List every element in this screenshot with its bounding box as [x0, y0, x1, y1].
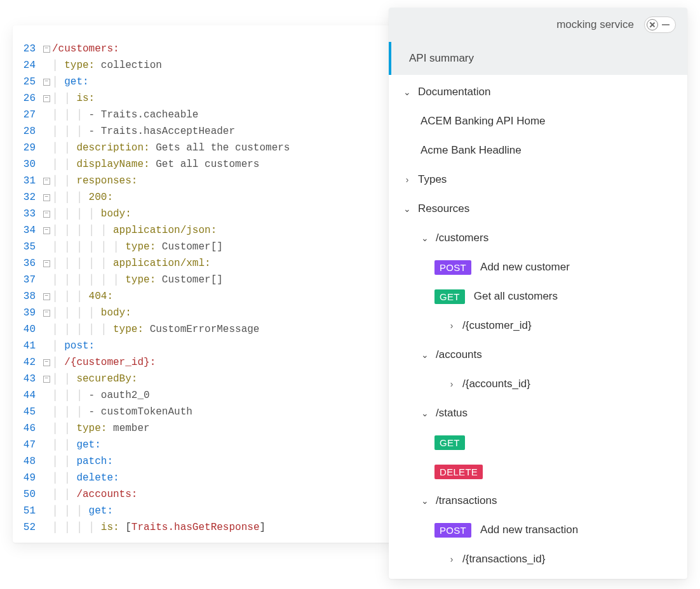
fold-gutter[interactable]: − [41, 260, 52, 267]
code-content[interactable]: │ │ │ │ is: [Traits.hasGetResponse] [52, 519, 385, 536]
code-line[interactable]: 41│ post: [13, 338, 385, 354]
code-line[interactable]: 39−│ │ │ │ body: [13, 305, 385, 321]
code-content[interactable]: │ │ description: Gets all the customers [52, 140, 385, 156]
endpoint-customers-get[interactable]: GET Get all customers [389, 282, 687, 311]
code-line[interactable]: 26−│ │ is: [13, 90, 385, 107]
endpoint-status-get[interactable]: GET [389, 428, 687, 457]
fold-gutter[interactable]: − [41, 211, 52, 218]
fold-toggle-icon[interactable]: − [43, 293, 50, 300]
code-line[interactable]: 32−│ │ │ 200: [13, 189, 385, 206]
fold-toggle-icon[interactable]: − [43, 194, 50, 201]
endpoint-status-delete[interactable]: DELETE [389, 457, 687, 486]
fold-toggle-icon[interactable]: − [43, 227, 50, 234]
code-line[interactable]: 46│ │ type: member [13, 420, 385, 437]
fold-toggle-icon[interactable]: − [43, 95, 50, 102]
code-content[interactable]: │ │ displayName: Get all customers [52, 156, 385, 173]
fold-gutter[interactable]: − [41, 359, 52, 366]
code-line[interactable]: 33−│ │ │ │ body: [13, 206, 385, 222]
code-line[interactable]: 44│ │ │ - oauth2_0 [13, 387, 385, 404]
fold-toggle-icon[interactable]: − [43, 211, 50, 218]
code-content[interactable]: │ │ /accounts: [52, 486, 385, 503]
fold-gutter[interactable]: − [41, 293, 52, 300]
code-content[interactable]: /customers: [52, 41, 385, 57]
resource-accounts[interactable]: ⌄ /accounts [389, 340, 687, 369]
code-content[interactable]: │ │ │ │ │ application/json: [52, 222, 385, 239]
fold-gutter[interactable]: − [41, 310, 52, 317]
code-content[interactable]: │ get: [52, 74, 385, 90]
code-content[interactable]: │ │ │ │ │ │ type: Customer[] [52, 239, 385, 255]
code-line[interactable]: 28│ │ │ - Traits.hasAcceptHeader [13, 123, 385, 140]
code-line[interactable]: 40│ │ │ │ │ type: CustomErrorMessage [13, 321, 385, 338]
code-line[interactable]: 42−│ /{customer_id}: [13, 354, 385, 371]
fold-toggle-icon[interactable]: − [43, 376, 50, 383]
fold-gutter[interactable]: − [41, 178, 52, 185]
code-content[interactable]: │ │ │ - oauth2_0 [52, 387, 385, 404]
code-line[interactable]: 23−/customers: [13, 41, 385, 57]
code-content[interactable]: │ │ │ 404: [52, 288, 385, 305]
code-line[interactable]: 34−│ │ │ │ │ application/json: [13, 222, 385, 239]
code-content[interactable]: │ │ │ get: [52, 503, 385, 519]
code-content[interactable]: │ type: collection [52, 57, 385, 74]
code-content[interactable]: │ │ │ - Traits.hasAcceptHeader [52, 123, 385, 140]
tree-section-resources[interactable]: ⌄ Resources [389, 194, 687, 223]
fold-toggle-icon[interactable]: − [43, 178, 50, 185]
fold-toggle-icon[interactable]: − [43, 310, 50, 317]
code-content[interactable]: │ │ │ │ body: [52, 305, 385, 321]
fold-gutter[interactable]: − [41, 227, 52, 234]
code-line[interactable]: 47│ │ get: [13, 437, 385, 453]
code-line[interactable]: 35│ │ │ │ │ │ type: Customer[] [13, 239, 385, 255]
resource-customers[interactable]: ⌄ /customers [389, 223, 687, 253]
resource-customer-id[interactable]: › /{customer_id} [389, 311, 687, 340]
resource-accounts-id[interactable]: › /{accounts_id} [389, 369, 687, 399]
code-line[interactable]: 50│ │ /accounts: [13, 486, 385, 503]
code-line[interactable]: 27│ │ │ - Traits.cacheable [13, 107, 385, 123]
code-content[interactable]: │ │ delete: [52, 470, 385, 486]
code-content[interactable]: │ │ │ │ body: [52, 206, 385, 222]
code-content[interactable]: │ │ │ 200: [52, 189, 385, 206]
code-line[interactable]: 52│ │ │ │ is: [Traits.hasGetResponse] [13, 519, 385, 536]
code-content[interactable]: │ │ │ │ │ application/xml: [52, 255, 385, 272]
code-line[interactable]: 37│ │ │ │ │ │ type: Customer[] [13, 272, 385, 288]
code-line[interactable]: 36−│ │ │ │ │ application/xml: [13, 255, 385, 272]
code-content[interactable]: │ │ is: [52, 90, 385, 107]
code-content[interactable]: │ │ │ │ │ │ type: Customer[] [52, 272, 385, 288]
code-line[interactable]: 51│ │ │ get: [13, 503, 385, 519]
code-content[interactable]: │ │ │ - Traits.cacheable [52, 107, 385, 123]
code-line[interactable]: 25−│ get: [13, 74, 385, 90]
fold-toggle-icon[interactable]: − [43, 359, 50, 366]
code-content[interactable]: │ │ │ - customTokenAuth [52, 404, 385, 420]
doc-item-home[interactable]: ACEM Banking API Home [389, 107, 687, 136]
endpoint-customers-post[interactable]: POST Add new customer [389, 253, 687, 282]
code-line[interactable]: 30│ │ displayName: Get all customers [13, 156, 385, 173]
fold-gutter[interactable]: − [41, 46, 52, 53]
fold-toggle-icon[interactable]: − [43, 260, 50, 267]
tree-section-types[interactable]: › Types [389, 165, 687, 194]
resource-transactions[interactable]: ⌄ /transactions [389, 486, 687, 515]
code-line[interactable]: 45│ │ │ - customTokenAuth [13, 404, 385, 420]
code-content[interactable]: │ │ │ │ │ type: CustomErrorMessage [52, 321, 385, 338]
fold-gutter[interactable]: − [41, 79, 52, 86]
resource-status[interactable]: ⌄ /status [389, 399, 687, 428]
resource-transactions-id[interactable]: › /{transactions_id} [389, 545, 687, 574]
api-summary-row[interactable]: API summary [389, 42, 687, 75]
mocking-service-toggle[interactable] [644, 17, 676, 33]
fold-gutter[interactable]: − [41, 376, 52, 383]
code-content[interactable]: │ │ securedBy: [52, 371, 385, 387]
code-content[interactable]: │ /{customer_id}: [52, 354, 385, 371]
fold-toggle-icon[interactable]: − [43, 79, 50, 86]
code-content[interactable]: │ │ responses: [52, 173, 385, 189]
tree-section-documentation[interactable]: ⌄ Documentation [389, 77, 687, 107]
code-line[interactable]: 29│ │ description: Gets all the customer… [13, 140, 385, 156]
code-line[interactable]: 43−│ │ securedBy: [13, 371, 385, 387]
code-line[interactable]: 38−│ │ │ 404: [13, 288, 385, 305]
code-content[interactable]: │ │ patch: [52, 453, 385, 470]
code-content[interactable]: │ post: [52, 338, 385, 354]
doc-item-headline[interactable]: Acme Bank Headline [389, 136, 687, 165]
code-line[interactable]: 49│ │ delete: [13, 470, 385, 486]
fold-gutter[interactable]: − [41, 194, 52, 201]
code-line[interactable]: 48│ │ patch: [13, 453, 385, 470]
fold-toggle-icon[interactable]: − [43, 46, 50, 53]
code-line[interactable]: 31−│ │ responses: [13, 173, 385, 189]
code-content[interactable]: │ │ get: [52, 437, 385, 453]
endpoint-transactions-post[interactable]: POST Add new transaction [389, 515, 687, 545]
